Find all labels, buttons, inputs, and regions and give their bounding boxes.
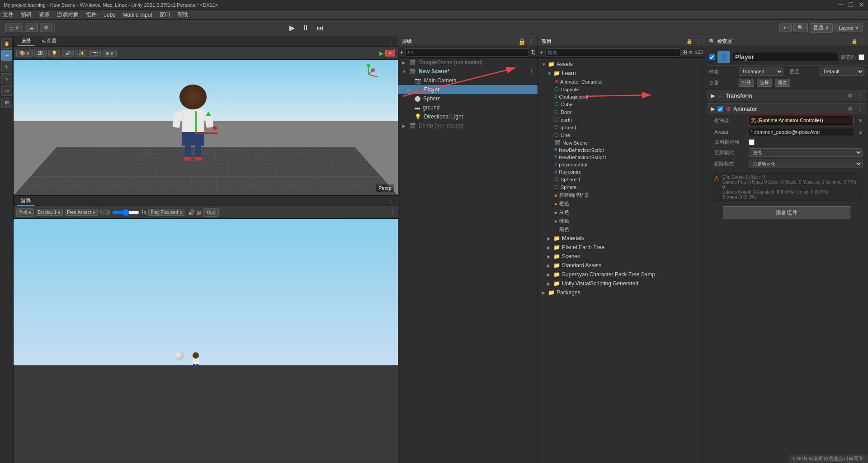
game-type-dropdown[interactable]: 游戏 ∨ [16, 208, 34, 217]
project-file-sphere[interactable]: ⬡ Sphere [540, 183, 703, 191]
cloud-button[interactable]: ☁ [25, 24, 38, 32]
project-file-green[interactable]: ● 绿色 [540, 217, 703, 225]
project-more[interactable]: ⋮ [696, 38, 701, 44]
step-button[interactable]: ⏭ [314, 23, 326, 33]
hierarchy-add-btn[interactable]: + [400, 49, 403, 56]
hierarchy-item-sphere[interactable]: ⬤ Sphere [398, 94, 538, 103]
project-lock[interactable]: 🔒 [686, 38, 693, 44]
animator-more[interactable]: ⋮ [857, 106, 863, 112]
aspect-dropdown[interactable]: Free Aspect ∨ [65, 209, 97, 216]
avatar-target-btn[interactable]: ⊙ [859, 129, 863, 135]
menu-help[interactable]: 帮助 [178, 11, 189, 19]
project-file-playercontrol[interactable]: # playercontrol [540, 161, 703, 168]
project-folder-scenes[interactable]: ▶ 📁 Scenes [540, 252, 703, 261]
scene-menu-btn[interactable]: ⋮ [388, 38, 394, 45]
scene-2d-btn[interactable]: 2D [34, 50, 47, 57]
transform-tool[interactable]: ⊞ [1, 97, 12, 108]
scene-more-btn[interactable]: ⋮ [528, 68, 534, 75]
hierarchy-item-newscene[interactable]: ▼ 🎬 New Scene* ⋮ [398, 67, 538, 76]
tab-game[interactable]: 游戏 [17, 196, 34, 206]
project-file-orange[interactable]: ● 橙色 [540, 199, 703, 208]
tag-select[interactable]: Untagged [739, 67, 783, 76]
project-search-input[interactable] [545, 48, 680, 57]
project-file-sphere1[interactable]: ⬡ Sphere 1 [540, 175, 703, 183]
animator-component-header[interactable]: ▶ ⊙ Animator ⚙ ⋮ [707, 103, 866, 114]
project-file-earth[interactable]: ⬡ earth [540, 116, 703, 123]
project-add-btn[interactable]: + [540, 49, 543, 56]
project-folder-standard[interactable]: ▶ 📁 Standard Assets [540, 261, 703, 270]
scene-draw-mode[interactable]: 🎨 ∨ [16, 50, 33, 57]
transform-more[interactable]: ⋮ [857, 93, 863, 99]
menu-assets[interactable]: 资源 [39, 11, 50, 19]
hierarchy-item-samplescene[interactable]: ▶ 🎬 SampleScene (not loaded) [398, 58, 538, 67]
maximize-button[interactable]: □ [849, 0, 853, 9]
play-focused-dropdown[interactable]: Play Focused ∨ [148, 209, 184, 216]
project-folder-learn[interactable]: ▼ 📁 Learn [540, 69, 703, 78]
inspector-lock[interactable]: 🔒 [851, 38, 858, 44]
scale-slider[interactable] [112, 209, 139, 216]
project-file-newmat[interactable]: ● 新建物理材质 [540, 191, 703, 199]
move-tool[interactable]: ✛ [1, 50, 12, 61]
animator-enabled-checkbox[interactable] [717, 106, 723, 112]
project-packages-root[interactable]: ▶ 📁 Packages [540, 288, 703, 297]
avatar-value[interactable]: * common_people@t-poseAvat [749, 128, 854, 136]
project-sort-btn[interactable]: ⊞ [682, 49, 687, 56]
hierarchy-sort-btn[interactable]: ⇅ [531, 49, 536, 56]
menu-component[interactable]: 组件 [86, 11, 97, 19]
scene-close-btn[interactable]: ✕ [385, 50, 395, 57]
project-file-raycontrol[interactable]: # Raycontrol [540, 168, 703, 175]
undo-button[interactable]: ↩ [779, 24, 792, 32]
hierarchy-more[interactable]: ⋮ [528, 38, 534, 45]
hand-tool[interactable]: ✋ [1, 38, 12, 49]
tab-scene[interactable]: 场景 [17, 37, 34, 46]
animator-settings[interactable]: ⚙ [848, 106, 853, 112]
game-more-btn[interactable]: ⋮ [390, 209, 395, 216]
scene-audio-btn[interactable]: 🔊 [62, 50, 74, 57]
menu-gameobject[interactable]: 游戏对象 [57, 11, 79, 19]
project-file-ground[interactable]: ⬡ ground [540, 123, 703, 131]
minimize-button[interactable]: ─ [838, 0, 843, 9]
layers-button[interactable]: 图层 ∨ [810, 23, 833, 33]
scene-light-btn[interactable]: 💡 [48, 50, 60, 57]
hierarchy-item-player[interactable]: ▶ 🎮 Player [398, 85, 538, 94]
transform-settings[interactable]: ⚙ [848, 93, 853, 99]
rect-tool[interactable]: ▭ [1, 85, 12, 96]
project-file-black[interactable]: ● 黑色 [540, 225, 703, 234]
search-button[interactable]: 🔍 [793, 24, 808, 32]
object-name-input[interactable] [733, 52, 838, 62]
project-folder-planetearth[interactable]: ▶ 📁 Planet Earth Free [540, 243, 703, 252]
hierarchy-item-ground[interactable]: ▬ ground [398, 103, 538, 112]
project-folder-materials[interactable]: ▶ 📁 Materials [540, 234, 703, 243]
display-dropdown[interactable]: Display 1 ∨ [36, 209, 63, 216]
layout-button[interactable]: Layout ∨ [835, 24, 863, 32]
hierarchy-item-dirlight[interactable]: 💡 Directional Light [398, 112, 538, 121]
scene-view[interactable]: Persp [14, 60, 398, 195]
open-button[interactable]: 打开 [739, 79, 754, 87]
pause-button[interactable]: ⏸ [299, 23, 312, 33]
orientation-gizmo[interactable] [357, 63, 380, 86]
scene-camera-btn[interactable]: 📷 [89, 50, 101, 57]
object-enabled-checkbox[interactable] [709, 54, 715, 60]
cullingmode-select[interactable]: 总是动画化 [749, 160, 863, 168]
project-file-animctrl[interactable]: ⊙ Animator Controller [540, 78, 703, 85]
static-checkbox[interactable] [859, 54, 864, 60]
hierarchy-search-input[interactable] [405, 48, 529, 57]
play-button[interactable]: ▶ [287, 23, 297, 33]
hierarchy-lock[interactable]: 🔒 [518, 38, 526, 45]
inspector-more[interactable]: ⋮ [859, 38, 864, 44]
status-button[interactable]: 状态 [203, 208, 219, 217]
game-view[interactable] [14, 219, 398, 463]
layer-select[interactable]: Default [820, 67, 864, 76]
menu-edit[interactable]: 编辑 [21, 11, 32, 19]
menu-window[interactable]: 窗口 [160, 11, 170, 19]
hierarchy-item-maincamera[interactable]: 📷 Main Camera [398, 76, 538, 85]
transform-component-header[interactable]: ▶ ↔ Transform ⚙ ⋮ [707, 90, 866, 101]
scale-tool[interactable]: ⤡ [1, 73, 12, 84]
rotate-tool[interactable]: ↻ [1, 61, 12, 72]
project-assets-root[interactable]: ▼ 📁 Assets [540, 60, 703, 69]
controller-target-btn[interactable]: ⊙ [859, 118, 863, 123]
menu-file[interactable]: 文件 [3, 11, 14, 19]
controller-value[interactable]: 无 (Runtime Animator Controller) [749, 116, 854, 125]
cover-button[interactable]: 覆盖 [775, 79, 790, 87]
project-file-door[interactable]: ⬡ Door [540, 108, 703, 116]
